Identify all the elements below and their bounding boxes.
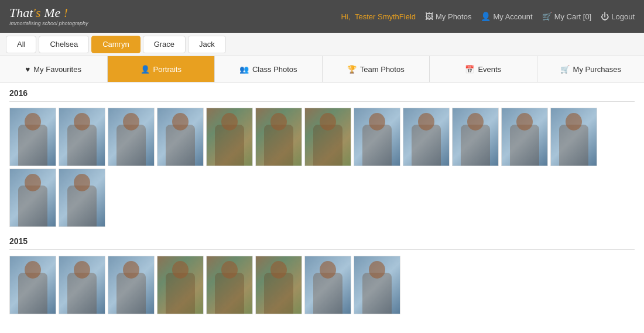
person-tab-jack[interactable]: Jack — [188, 36, 226, 53]
person-tab-chelsea[interactable]: Chelsea — [39, 36, 89, 53]
tab-class-photos[interactable]: Class Photos — [215, 56, 323, 82]
tab-favourites[interactable]: My Favourites — [0, 56, 108, 82]
photo-thumb[interactable] — [157, 108, 204, 166]
greeting-text: Hi, Tester SmythField — [341, 12, 416, 21]
cart-icon-tab — [560, 65, 570, 74]
year-section-2015: 2015 — [9, 236, 635, 314]
tab-portraits[interactable]: Portraits — [108, 56, 215, 82]
year-label-2016: 2016 — [9, 88, 635, 102]
tab-events[interactable]: Events — [430, 56, 537, 82]
tab-purchases[interactable]: My Purchases — [537, 56, 645, 82]
photo-thumb[interactable] — [501, 108, 548, 166]
category-tabs: My Favourites Portraits Class Photos Tea… — [0, 56, 644, 83]
photo-thumb[interactable] — [304, 108, 351, 166]
photo-thumb[interactable] — [9, 256, 56, 314]
photo-thumb[interactable] — [9, 108, 56, 166]
photo-thumb[interactable] — [354, 256, 400, 314]
photo-thumb[interactable] — [452, 108, 499, 166]
photo-thumb[interactable] — [108, 108, 155, 166]
logo-subtitle: Immortalising school photography — [9, 20, 88, 26]
photo-thumb[interactable] — [550, 108, 597, 166]
my-photos-link[interactable]: My Photos — [425, 12, 471, 21]
logo-title: That's Me ! — [9, 6, 88, 19]
cart-icon — [542, 12, 552, 21]
year-label-2015: 2015 — [9, 236, 635, 250]
photo-thumb[interactable] — [354, 108, 400, 166]
username: Tester SmythField — [355, 12, 416, 21]
photo-thumb[interactable] — [255, 256, 302, 314]
photo-grid-2016-row1 — [9, 108, 635, 166]
my-photos-icon — [425, 12, 433, 21]
tab-team-photos[interactable]: Team Photos — [323, 56, 430, 82]
photo-grid-2015-row1 — [9, 256, 635, 314]
person-tab-all[interactable]: All — [6, 36, 36, 53]
photo-thumb[interactable] — [108, 256, 155, 314]
group-icon — [239, 65, 249, 74]
photo-thumb[interactable] — [255, 108, 302, 166]
photo-thumb[interactable] — [59, 256, 105, 314]
trophy-icon — [347, 65, 357, 74]
heart-icon — [26, 65, 30, 74]
logout-icon — [601, 12, 609, 21]
photo-thumb[interactable] — [304, 256, 351, 314]
photo-thumb[interactable] — [206, 256, 253, 314]
user-icon — [141, 65, 150, 74]
photo-thumb[interactable] — [59, 169, 105, 227]
main-content: 2016 2015 — [0, 83, 644, 329]
header-nav: Hi, Tester SmythField My Photos My Accou… — [341, 12, 635, 21]
photo-thumb[interactable] — [9, 169, 56, 227]
person-tab-grace[interactable]: Grace — [143, 36, 186, 53]
calendar-icon — [465, 65, 474, 74]
year-section-2016: 2016 — [9, 88, 635, 227]
photo-thumb[interactable] — [403, 108, 450, 166]
account-icon — [481, 12, 491, 21]
person-tab-camryn[interactable]: Camryn — [91, 36, 141, 53]
photo-thumb[interactable] — [157, 256, 204, 314]
my-account-link[interactable]: My Account — [481, 12, 532, 21]
person-tabs: All Chelsea Camryn Grace Jack — [0, 33, 644, 56]
my-cart-link[interactable]: My Cart [0] — [542, 12, 592, 21]
photo-thumb[interactable] — [206, 108, 253, 166]
logout-link[interactable]: Logout — [601, 12, 635, 21]
photo-thumb[interactable] — [59, 108, 105, 166]
photo-grid-2016-row2 — [9, 169, 635, 227]
header: That's Me ! Immortalising school photogr… — [0, 0, 644, 33]
logo: That's Me ! Immortalising school photogr… — [9, 6, 88, 26]
